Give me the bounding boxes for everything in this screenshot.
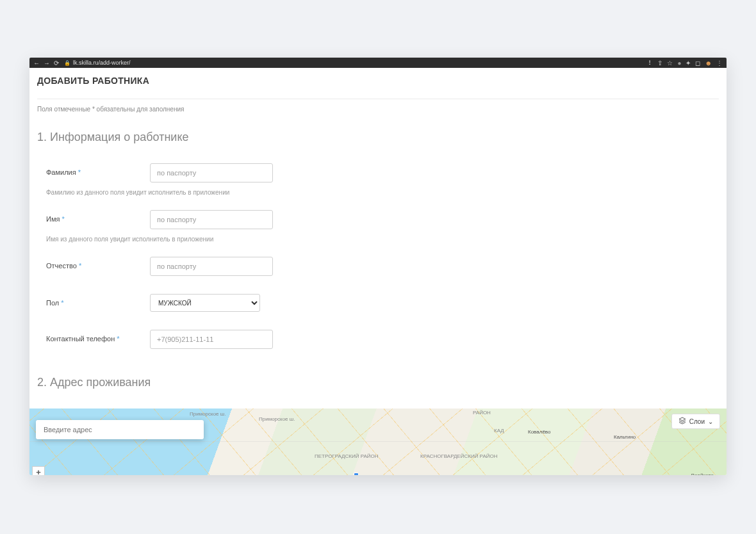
map-label: Ковалёво [528, 429, 550, 435]
patronymic-label: Отчество * [46, 257, 150, 270]
divider [37, 99, 719, 99]
nav-reload-icon[interactable]: ⟳ [54, 60, 59, 67]
map-roads [29, 409, 727, 475]
extensions-icon[interactable]: ✦ [686, 60, 691, 67]
star-icon[interactable]: ☆ [667, 60, 673, 67]
layers-icon [678, 417, 686, 426]
map-label: Кальтино [614, 434, 636, 440]
profile-icon[interactable]: ● [677, 60, 681, 67]
section-2-heading: 2. Адрес проживания [37, 376, 719, 389]
map-label: КАД [494, 428, 504, 433]
name-label: Имя * [46, 210, 150, 223]
surname-label: Фамилия * [46, 163, 150, 176]
menu-icon[interactable]: ⋮ [716, 60, 723, 67]
map-label: Воейково [691, 473, 714, 475]
browser-chrome: ← → ⟳ 🔒 lk.skilla.ru/add-worker/ ⠇ ⇪ ☆ ●… [29, 58, 727, 68]
surname-input[interactable] [150, 163, 273, 182]
name-input[interactable] [150, 210, 273, 229]
map-label: РАЙОН [473, 410, 491, 416]
nav-back-icon[interactable]: ← [33, 60, 40, 67]
zoom-in-button[interactable]: + [32, 466, 45, 475]
map-label: КРАСНОГВАРДЕЙСКИЙ РАЙОН [420, 453, 498, 459]
layers-button[interactable]: Слои ⌄ [671, 414, 720, 429]
section-1-heading: 1. Информация о работнике [37, 131, 719, 144]
name-helper: Имя из данного поля увидит исполнитель в… [37, 236, 719, 243]
url-text: lk.skilla.ru/add-worker/ [73, 60, 131, 66]
metro-marker-icon [354, 473, 359, 475]
surname-helper: Фамилию из данного поля увидит исполните… [37, 189, 719, 196]
share-icon[interactable]: ⇪ [657, 60, 662, 67]
map-label: Приморское ш. [259, 416, 295, 422]
map-container[interactable]: Приморское ш. Приморское ш. РАЙОН ПЕТРОГ… [29, 409, 727, 475]
phone-input[interactable] [150, 330, 273, 349]
gender-select[interactable]: МУЖСКОЙ [150, 294, 260, 312]
page-title: ДОБАВИТЬ РАБОТНИКА [37, 76, 719, 92]
gender-label: Пол * [46, 294, 150, 307]
translate-icon[interactable]: ⠇ [648, 60, 653, 67]
patronymic-input[interactable] [150, 257, 273, 276]
map-label: ПЕТРОГРАДСКИЙ РАЙОН [315, 453, 379, 459]
avatar-icon[interactable]: ☻ [705, 60, 712, 67]
nav-forward-icon[interactable]: → [44, 60, 50, 67]
layers-label: Слои [689, 418, 705, 425]
address-input[interactable] [36, 420, 204, 439]
svg-marker-0 [679, 417, 686, 421]
chevron-down-icon: ⌄ [708, 418, 713, 425]
required-note: Поля отмеченные * обязательны для заполн… [37, 106, 719, 113]
phone-label: Контактный телефон * [46, 330, 150, 343]
window-icon[interactable]: ◻ [695, 60, 700, 67]
lock-icon: 🔒 [64, 60, 70, 66]
map-label: Приморское ш. [190, 411, 226, 417]
